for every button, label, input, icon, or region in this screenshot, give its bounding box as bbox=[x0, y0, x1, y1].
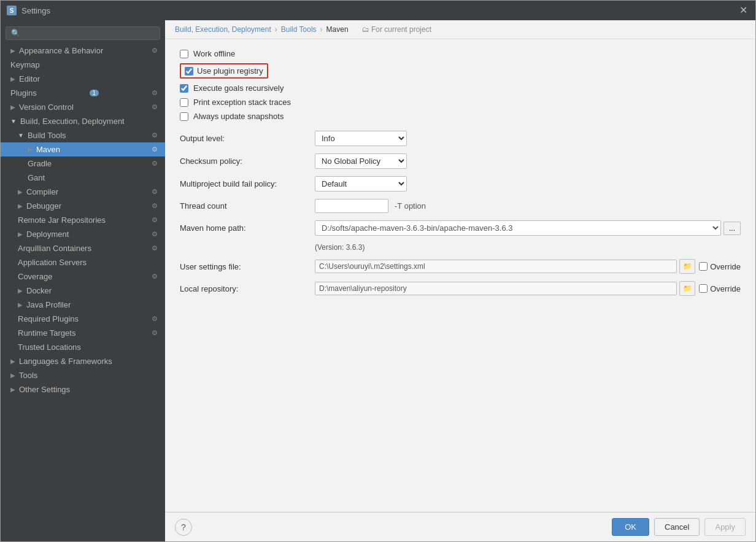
expand-icon: ▶ bbox=[18, 301, 23, 308]
cancel-button[interactable]: Cancel bbox=[654, 518, 700, 536]
checksum-policy-row: Checksum policy: No Global Policy Ignore… bbox=[180, 153, 741, 169]
sidebar-item-label: Deployment bbox=[26, 230, 69, 239]
sidebar-item-build-tools[interactable]: ▼ Build Tools ⚙ bbox=[1, 128, 165, 142]
close-button[interactable]: ✕ bbox=[739, 6, 749, 15]
local-repo-input[interactable] bbox=[315, 282, 677, 295]
app-icon: S bbox=[7, 6, 17, 15]
print-exception-checkbox[interactable] bbox=[180, 98, 188, 107]
sidebar-item-appearance[interactable]: ▶ Appearance & Behavior ⚙ bbox=[1, 44, 165, 58]
plugins-badge: 1 bbox=[90, 90, 99, 96]
maven-home-browse-button[interactable]: ... bbox=[723, 222, 741, 235]
checksum-policy-select[interactable]: No Global Policy Ignore Warn Fail bbox=[315, 153, 407, 169]
expand-icon: ▶ bbox=[28, 146, 33, 153]
sidebar-item-label: Maven bbox=[36, 145, 60, 154]
work-offline-label[interactable]: Work offline bbox=[193, 49, 235, 58]
local-repo-override-checkbox[interactable] bbox=[699, 284, 708, 293]
user-settings-override-label[interactable]: Override bbox=[710, 262, 741, 271]
sidebar-item-debugger[interactable]: ▶ Debugger ⚙ bbox=[1, 199, 165, 213]
use-plugin-registry-checkbox[interactable] bbox=[185, 67, 193, 75]
user-settings-browse-button[interactable]: 📁 bbox=[679, 259, 695, 274]
sidebar-item-editor[interactable]: ▶ Editor bbox=[1, 72, 165, 86]
maven-home-select[interactable]: D:/softs/apache-maven-3.6.3-bin/apache-m… bbox=[315, 220, 721, 236]
sidebar-item-trusted-locations[interactable]: Trusted Locations bbox=[1, 340, 165, 354]
always-update-checkbox[interactable] bbox=[180, 112, 188, 121]
sidebar-item-remote-jar[interactable]: Remote Jar Repositories ⚙ bbox=[1, 213, 165, 227]
sidebar-item-label: Arquillian Containers bbox=[18, 244, 91, 253]
project-icon: 🗂 bbox=[362, 25, 369, 34]
sidebar-item-version-control[interactable]: ▶ Version Control ⚙ bbox=[1, 100, 165, 114]
sidebar-item-compiler[interactable]: ▶ Compiler ⚙ bbox=[1, 185, 165, 199]
expand-icon: ▶ bbox=[10, 75, 15, 82]
sidebar-item-languages-frameworks[interactable]: ▶ Languages & Frameworks bbox=[1, 354, 165, 368]
user-settings-override-checkbox[interactable] bbox=[699, 262, 708, 271]
sidebar-item-coverage[interactable]: Coverage ⚙ bbox=[1, 269, 165, 284]
always-update-row: Always update snapshots bbox=[180, 112, 741, 121]
user-settings-input[interactable] bbox=[315, 260, 677, 273]
thread-count-row: Thread count -T option bbox=[180, 199, 741, 213]
local-repo-label: Local repository: bbox=[180, 284, 315, 293]
work-offline-checkbox[interactable] bbox=[180, 50, 188, 58]
settings-icon: ⚙ bbox=[152, 89, 160, 98]
sidebar-item-label: Remote Jar Repositories bbox=[18, 215, 106, 225]
always-update-label[interactable]: Always update snapshots bbox=[193, 112, 284, 121]
breadcrumb-current: Maven bbox=[326, 25, 349, 34]
expand-icon: ▶ bbox=[18, 287, 23, 294]
settings-icon: ⚙ bbox=[152, 202, 160, 211]
sidebar-item-maven[interactable]: ▶ Maven ⚙ bbox=[1, 142, 165, 157]
sidebar-item-build-exec-deploy[interactable]: ▼ Build, Execution, Deployment bbox=[1, 114, 165, 128]
expand-icon: ▶ bbox=[10, 104, 15, 110]
print-exception-label[interactable]: Print exception stack traces bbox=[193, 98, 291, 107]
breadcrumb-link-2[interactable]: Build Tools bbox=[281, 25, 317, 34]
title-bar-left: S Settings bbox=[7, 6, 50, 15]
title-bar: S Settings ✕ bbox=[1, 1, 755, 20]
sidebar-item-runtime-targets[interactable]: Runtime Targets ⚙ bbox=[1, 326, 165, 340]
execute-goals-label[interactable]: Execute goals recursively bbox=[193, 83, 284, 93]
sidebar-item-label: Gant bbox=[28, 173, 45, 182]
user-settings-label: User settings file: bbox=[180, 262, 315, 271]
sidebar-item-docker[interactable]: ▶ Docker bbox=[1, 284, 165, 298]
for-current-project: 🗂 For current project bbox=[362, 25, 431, 34]
settings-icon: ⚙ bbox=[152, 216, 160, 225]
sidebar-item-required-plugins[interactable]: Required Plugins ⚙ bbox=[1, 312, 165, 326]
execute-goals-checkbox[interactable] bbox=[180, 84, 188, 93]
apply-button[interactable]: Apply bbox=[704, 518, 746, 536]
t-option-label: -T option bbox=[395, 201, 426, 211]
bottom-bar: ? OK Cancel Apply bbox=[165, 512, 755, 541]
search-input[interactable] bbox=[24, 29, 155, 37]
sidebar-item-deployment[interactable]: ▶ Deployment ⚙ bbox=[1, 227, 165, 241]
sidebar-item-label: Docker bbox=[26, 286, 52, 295]
expand-icon: ▼ bbox=[18, 132, 24, 139]
sidebar: 🔍 ▶ Appearance & Behavior ⚙ Keymap ▶ Edi… bbox=[1, 20, 165, 541]
settings-icon: ⚙ bbox=[152, 273, 160, 281]
output-level-select[interactable]: Info Verbose Warning Error bbox=[315, 131, 407, 146]
sidebar-item-tools[interactable]: ▶ Tools bbox=[1, 368, 165, 382]
settings-icon: ⚙ bbox=[152, 47, 160, 55]
help-button[interactable]: ? bbox=[175, 519, 192, 536]
sidebar-item-other-settings[interactable]: ▶ Other Settings bbox=[1, 382, 165, 397]
expand-icon: ▶ bbox=[10, 358, 15, 365]
local-repository-row: Local repository: 📁 Override bbox=[180, 281, 741, 296]
sidebar-item-java-profiler[interactable]: ▶ Java Profiler bbox=[1, 298, 165, 312]
sidebar-item-arquillian[interactable]: Arquillian Containers ⚙ bbox=[1, 241, 165, 255]
local-repo-browse-button[interactable]: 📁 bbox=[679, 281, 695, 296]
search-box[interactable]: 🔍 bbox=[6, 26, 160, 40]
sidebar-item-keymap[interactable]: Keymap bbox=[1, 58, 165, 72]
expand-icon: ▶ bbox=[18, 188, 23, 195]
sidebar-item-gradle[interactable]: Gradle ⚙ bbox=[1, 157, 165, 171]
main-layout: 🔍 ▶ Appearance & Behavior ⚙ Keymap ▶ Edi… bbox=[1, 20, 755, 541]
multiproject-policy-select[interactable]: Default Fail Fast Fail At End Never Fail bbox=[315, 176, 407, 192]
local-repo-override-label[interactable]: Override bbox=[710, 284, 741, 293]
thread-count-input[interactable] bbox=[315, 199, 388, 213]
sidebar-item-label: Tools bbox=[19, 371, 37, 380]
breadcrumb-link-1[interactable]: Build, Execution, Deployment bbox=[175, 25, 271, 34]
bottom-actions: OK Cancel Apply bbox=[612, 518, 746, 536]
window-title: Settings bbox=[21, 6, 50, 15]
multiproject-policy-label: Multiproject build fail policy: bbox=[180, 179, 315, 188]
ok-button[interactable]: OK bbox=[612, 518, 649, 536]
sidebar-item-plugins[interactable]: Plugins 1 ⚙ bbox=[1, 86, 165, 100]
sidebar-item-label: Editor bbox=[19, 74, 40, 83]
sidebar-item-app-servers[interactable]: Application Servers bbox=[1, 255, 165, 269]
sidebar-item-gant[interactable]: Gant bbox=[1, 171, 165, 185]
vcs-icon: ⚙ bbox=[152, 103, 160, 112]
use-plugin-registry-label[interactable]: Use plugin registry bbox=[197, 66, 263, 75]
